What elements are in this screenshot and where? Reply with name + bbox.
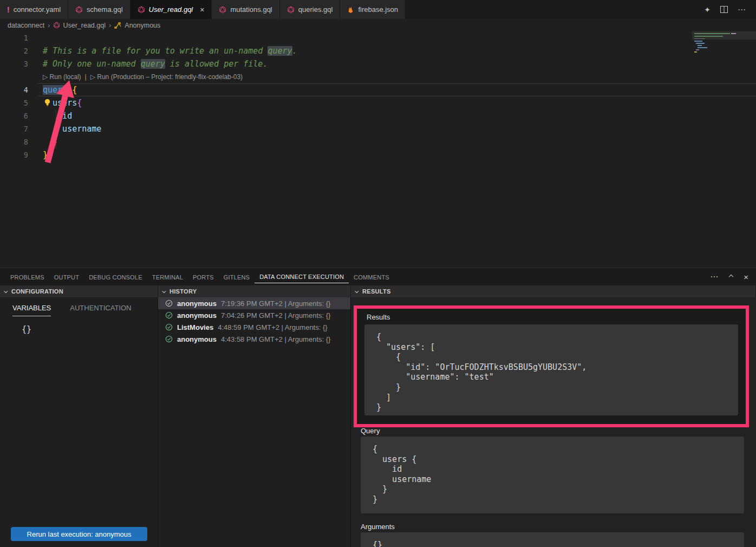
results-json-box: { "users": [ { "id": "OrTucFODZHTksvBSBU… bbox=[364, 324, 738, 415]
more-actions-icon[interactable]: ⋯ bbox=[738, 5, 746, 15]
minimap-line bbox=[694, 33, 730, 34]
configuration-tabs: VARIABLES AUTHENTICATION bbox=[0, 297, 158, 316]
results-pane: Results { "users": [ { "id": "OrTucFODZH… bbox=[351, 297, 756, 547]
panel-tab-output[interactable]: OUTPUT bbox=[49, 271, 84, 283]
panel-tab-ports[interactable]: PORTS bbox=[188, 271, 219, 283]
section-header-history[interactable]: HISTORY bbox=[158, 285, 351, 297]
breadcrumb: dataconnect › User_read.gql › Anonymous bbox=[0, 19, 756, 31]
breadcrumb-file[interactable]: User_read.gql bbox=[53, 22, 106, 29]
panel-tab-gitlens[interactable]: GITLENS bbox=[219, 271, 255, 283]
arguments-text: {} bbox=[361, 532, 744, 547]
success-check-icon bbox=[165, 311, 173, 319]
tab-label: queries.gql bbox=[298, 5, 333, 14]
history-row[interactable]: anonymous 7:04:26 PM GMT+2 | Arguments: … bbox=[158, 309, 350, 321]
breadcrumb-symbol-anonymous[interactable]: Anonymous bbox=[114, 22, 160, 29]
code-line-8: } bbox=[28, 135, 57, 148]
line-number: 9 bbox=[0, 148, 28, 161]
panel-tab-terminal[interactable]: TERMINAL bbox=[147, 271, 188, 283]
code-editor[interactable]: 1 2# This is a file for you to write an … bbox=[0, 31, 756, 268]
chevron-down-icon bbox=[355, 289, 359, 293]
close-icon[interactable]: × bbox=[200, 5, 204, 14]
section-header-results[interactable]: RESULTS bbox=[351, 285, 756, 297]
history-pane: anonymous 7:19:36 PM GMT+2 | Arguments: … bbox=[158, 297, 351, 547]
history-row[interactable]: anonymous 7:19:36 PM GMT+2 | Arguments: … bbox=[158, 297, 350, 309]
panel-tab-debug-console[interactable]: DEBUG CONSOLE bbox=[84, 271, 147, 283]
codelens-row: ▷ Run (local) | ▷ Run (Production – Proj… bbox=[0, 70, 756, 83]
chevron-down-icon bbox=[162, 289, 166, 293]
graphql-icon bbox=[138, 6, 145, 14]
results-json: { "users": [ { "id": "OrTucFODZHTksvBSBU… bbox=[364, 324, 738, 413]
annotation-results-highlight: Results { "users": [ { "id": "OrTucFODZH… bbox=[354, 305, 749, 427]
code-line-6: id bbox=[28, 109, 72, 122]
arguments-label: Arguments bbox=[361, 523, 395, 531]
section-header-configuration[interactable]: CONFIGURATION bbox=[0, 285, 158, 297]
maximize-panel-icon[interactable] bbox=[729, 275, 733, 279]
code-line-9: } bbox=[28, 148, 48, 161]
minimap-line bbox=[696, 49, 699, 50]
configuration-pane: VARIABLES AUTHENTICATION {} Rerun last e… bbox=[0, 297, 158, 547]
success-check-icon bbox=[165, 335, 173, 343]
code-line-7: username bbox=[28, 122, 101, 135]
query-symbol-icon bbox=[114, 22, 122, 29]
tab-connector-yaml[interactable]: ! connector.yaml bbox=[0, 0, 68, 19]
panel-tab-bar: PROBLEMS OUTPUT DEBUG CONSOLE TERMINAL P… bbox=[0, 268, 756, 285]
firebase-icon bbox=[347, 6, 354, 14]
panel-actions: ⋯ × bbox=[710, 268, 748, 285]
panel-tab-problems[interactable]: PROBLEMS bbox=[5, 271, 49, 283]
minimap-line bbox=[694, 51, 697, 53]
minimap-line bbox=[731, 33, 736, 34]
tab-mutations-gql[interactable]: mutations.gql bbox=[212, 0, 279, 19]
query-box: { users { id username } } bbox=[361, 437, 744, 513]
results-label: Results bbox=[367, 313, 746, 321]
success-check-icon bbox=[165, 299, 173, 307]
line-number: 1 bbox=[0, 31, 28, 44]
variables-value[interactable]: {} bbox=[22, 324, 31, 334]
minimap-line bbox=[694, 36, 723, 37]
lightbulb-icon[interactable] bbox=[44, 99, 51, 107]
chevron-down-icon bbox=[4, 289, 8, 293]
chevron-right-icon: › bbox=[48, 21, 50, 29]
history-row[interactable]: anonymous 4:43:58 PM GMT+2 | Arguments: … bbox=[158, 333, 350, 345]
tab-label: firebase.json bbox=[358, 5, 398, 14]
split-editor-icon[interactable] bbox=[720, 6, 728, 13]
code-line-3: # Only one un-named query is allowed per… bbox=[28, 57, 268, 70]
copilot-sparkle-icon[interactable]: ✦ bbox=[704, 5, 711, 14]
minimap-line bbox=[694, 38, 705, 39]
line-number: 5 bbox=[0, 96, 28, 109]
tab-authentication[interactable]: AUTHENTICATION bbox=[70, 304, 131, 316]
run-production-link[interactable]: ▷ Run (Production – Project: friendly-fl… bbox=[90, 73, 243, 81]
tab-label: schema.gql bbox=[87, 5, 122, 14]
breadcrumb-dataconnect[interactable]: dataconnect bbox=[8, 22, 44, 29]
tab-label: connector.yaml bbox=[14, 5, 61, 14]
graphql-icon bbox=[287, 6, 295, 14]
minimap[interactable] bbox=[692, 31, 756, 81]
line-number: 8 bbox=[0, 135, 28, 148]
minimap-line bbox=[694, 41, 702, 42]
tab-user-read-gql[interactable]: User_read.gql × bbox=[131, 0, 212, 19]
graphql-icon bbox=[219, 6, 226, 14]
tab-schema-gql[interactable]: schema.gql bbox=[68, 0, 130, 19]
line-number: 2 bbox=[0, 44, 28, 57]
editor-toolbar: ✦ ⋯ bbox=[704, 0, 756, 19]
tab-variables[interactable]: VARIABLES bbox=[12, 304, 51, 316]
chevron-right-icon: › bbox=[109, 21, 111, 29]
tab-queries-gql[interactable]: queries.gql bbox=[280, 0, 341, 19]
minimap-line bbox=[696, 43, 705, 44]
graphql-icon bbox=[53, 22, 60, 29]
more-actions-icon[interactable]: ⋯ bbox=[710, 272, 719, 282]
line-number: 3 bbox=[0, 57, 28, 70]
line-number: 7 bbox=[0, 122, 28, 135]
line-number: 4 bbox=[0, 83, 28, 96]
close-panel-icon[interactable]: × bbox=[744, 272, 748, 282]
rerun-last-execution-button[interactable]: Rerun last execution: anonymous bbox=[11, 527, 147, 541]
panel-tab-data-connect-execution[interactable]: DATA CONNECT EXECUTION bbox=[255, 270, 349, 283]
history-row[interactable]: ListMovies 4:48:59 PM GMT+2 | Arguments:… bbox=[158, 321, 350, 333]
arguments-box: {} bbox=[361, 532, 744, 547]
panel-tab-comments[interactable]: COMMENTS bbox=[349, 271, 394, 283]
minimap-line bbox=[698, 45, 702, 46]
run-local-link[interactable]: ▷ Run (local) bbox=[43, 73, 81, 81]
tab-firebase-json[interactable]: firebase.json bbox=[340, 0, 406, 19]
query-text: { users { id username } } bbox=[361, 437, 744, 505]
tab-label: User_read.gql bbox=[149, 5, 193, 14]
vscode-window: ! connector.yaml schema.gql User_read.gq… bbox=[0, 0, 756, 547]
